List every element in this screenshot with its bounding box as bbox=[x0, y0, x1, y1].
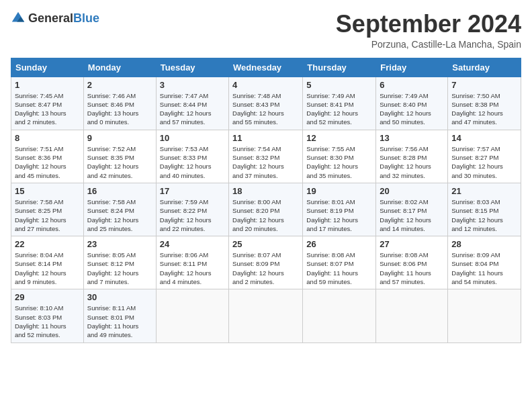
day-cell-23: 23Sunrise: 8:05 AM Sunset: 8:12 PM Dayli… bbox=[83, 236, 156, 289]
empty-cell bbox=[448, 289, 521, 342]
day-cell-24: 24Sunrise: 8:06 AM Sunset: 8:11 PM Dayli… bbox=[156, 236, 228, 289]
day-cell-7: 7Sunrise: 7:50 AM Sunset: 8:38 PM Daylig… bbox=[448, 77, 521, 130]
logo-text-blue: Blue bbox=[73, 12, 99, 24]
day-number: 5 bbox=[306, 80, 372, 90]
day-info: Sunrise: 7:59 AM Sunset: 8:22 PM Dayligh… bbox=[160, 197, 225, 233]
day-info: Sunrise: 8:06 AM Sunset: 8:11 PM Dayligh… bbox=[160, 250, 225, 286]
day-number: 11 bbox=[232, 133, 299, 143]
day-number: 4 bbox=[232, 80, 299, 90]
days-of-week-row: SundayMondayTuesdayWednesdayThursdayFrid… bbox=[11, 58, 521, 77]
day-cell-8: 8Sunrise: 7:51 AM Sunset: 8:36 PM Daylig… bbox=[11, 130, 84, 183]
day-info: Sunrise: 7:56 AM Sunset: 8:28 PM Dayligh… bbox=[380, 144, 444, 180]
day-number: 21 bbox=[451, 186, 517, 196]
day-number: 14 bbox=[451, 133, 517, 143]
month-title: September 2024 bbox=[336, 11, 521, 38]
day-of-week-monday: Monday bbox=[83, 58, 156, 77]
day-info: Sunrise: 8:00 AM Sunset: 8:20 PM Dayligh… bbox=[232, 197, 299, 233]
day-info: Sunrise: 7:49 AM Sunset: 8:41 PM Dayligh… bbox=[306, 91, 372, 127]
day-cell-20: 20Sunrise: 8:02 AM Sunset: 8:17 PM Dayli… bbox=[376, 183, 448, 236]
calendar-week-5: 29Sunrise: 8:10 AM Sunset: 8:03 PM Dayli… bbox=[11, 289, 521, 342]
calendar-week-1: 1Sunrise: 7:45 AM Sunset: 8:47 PM Daylig… bbox=[11, 77, 521, 130]
day-cell-25: 25Sunrise: 8:07 AM Sunset: 8:09 PM Dayli… bbox=[229, 236, 303, 289]
day-number: 25 bbox=[232, 239, 299, 249]
day-cell-3: 3Sunrise: 7:47 AM Sunset: 8:44 PM Daylig… bbox=[156, 77, 228, 130]
day-number: 18 bbox=[232, 186, 299, 196]
title-section: September 2024 Porzuna, Castille-La Manc… bbox=[336, 11, 521, 50]
day-number: 23 bbox=[87, 239, 152, 249]
empty-cell bbox=[229, 289, 303, 342]
day-cell-26: 26Sunrise: 8:08 AM Sunset: 8:07 PM Dayli… bbox=[303, 236, 376, 289]
day-info: Sunrise: 7:47 AM Sunset: 8:44 PM Dayligh… bbox=[160, 91, 225, 127]
day-of-week-tuesday: Tuesday bbox=[156, 58, 228, 77]
day-cell-16: 16Sunrise: 7:58 AM Sunset: 8:24 PM Dayli… bbox=[83, 183, 156, 236]
calendar-body: 1Sunrise: 7:45 AM Sunset: 8:47 PM Daylig… bbox=[11, 77, 521, 342]
page-header: GeneralBlue September 2024 Porzuna, Cast… bbox=[11, 11, 521, 50]
day-number: 2 bbox=[87, 80, 152, 90]
day-info: Sunrise: 7:54 AM Sunset: 8:32 PM Dayligh… bbox=[232, 144, 299, 180]
day-info: Sunrise: 7:46 AM Sunset: 8:46 PM Dayligh… bbox=[87, 91, 152, 127]
logo: GeneralBlue bbox=[11, 11, 99, 26]
calendar-week-4: 22Sunrise: 8:04 AM Sunset: 8:14 PM Dayli… bbox=[11, 236, 521, 289]
day-info: Sunrise: 7:57 AM Sunset: 8:27 PM Dayligh… bbox=[451, 144, 517, 180]
day-cell-18: 18Sunrise: 8:00 AM Sunset: 8:20 PM Dayli… bbox=[229, 183, 303, 236]
day-cell-11: 11Sunrise: 7:54 AM Sunset: 8:32 PM Dayli… bbox=[229, 130, 303, 183]
day-cell-5: 5Sunrise: 7:49 AM Sunset: 8:41 PM Daylig… bbox=[303, 77, 376, 130]
day-info: Sunrise: 7:52 AM Sunset: 8:35 PM Dayligh… bbox=[87, 144, 152, 180]
day-cell-4: 4Sunrise: 7:48 AM Sunset: 8:43 PM Daylig… bbox=[229, 77, 303, 130]
empty-cell bbox=[303, 289, 376, 342]
day-of-week-friday: Friday bbox=[376, 58, 448, 77]
day-info: Sunrise: 7:55 AM Sunset: 8:30 PM Dayligh… bbox=[306, 144, 372, 180]
calendar-week-2: 8Sunrise: 7:51 AM Sunset: 8:36 PM Daylig… bbox=[11, 130, 521, 183]
day-of-week-thursday: Thursday bbox=[303, 58, 376, 77]
day-number: 26 bbox=[306, 239, 372, 249]
calendar-header: SundayMondayTuesdayWednesdayThursdayFrid… bbox=[11, 58, 521, 77]
day-info: Sunrise: 7:58 AM Sunset: 8:24 PM Dayligh… bbox=[87, 197, 152, 233]
day-number: 15 bbox=[15, 186, 80, 196]
day-number: 16 bbox=[87, 186, 152, 196]
day-cell-6: 6Sunrise: 7:49 AM Sunset: 8:40 PM Daylig… bbox=[376, 77, 448, 130]
day-cell-15: 15Sunrise: 7:58 AM Sunset: 8:25 PM Dayli… bbox=[11, 183, 84, 236]
day-cell-9: 9Sunrise: 7:52 AM Sunset: 8:35 PM Daylig… bbox=[83, 130, 156, 183]
day-info: Sunrise: 8:04 AM Sunset: 8:14 PM Dayligh… bbox=[15, 250, 80, 286]
day-number: 6 bbox=[380, 80, 444, 90]
day-info: Sunrise: 8:05 AM Sunset: 8:12 PM Dayligh… bbox=[87, 250, 152, 286]
logo-icon bbox=[11, 11, 26, 26]
day-of-week-wednesday: Wednesday bbox=[229, 58, 303, 77]
day-info: Sunrise: 7:50 AM Sunset: 8:38 PM Dayligh… bbox=[451, 91, 517, 127]
day-cell-13: 13Sunrise: 7:56 AM Sunset: 8:28 PM Dayli… bbox=[376, 130, 448, 183]
day-cell-21: 21Sunrise: 8:03 AM Sunset: 8:15 PM Dayli… bbox=[448, 183, 521, 236]
day-cell-22: 22Sunrise: 8:04 AM Sunset: 8:14 PM Dayli… bbox=[11, 236, 84, 289]
day-number: 12 bbox=[306, 133, 372, 143]
day-info: Sunrise: 8:02 AM Sunset: 8:17 PM Dayligh… bbox=[380, 197, 444, 233]
day-info: Sunrise: 7:51 AM Sunset: 8:36 PM Dayligh… bbox=[15, 144, 80, 180]
calendar-week-3: 15Sunrise: 7:58 AM Sunset: 8:25 PM Dayli… bbox=[11, 183, 521, 236]
day-info: Sunrise: 8:10 AM Sunset: 8:03 PM Dayligh… bbox=[15, 304, 80, 339]
day-info: Sunrise: 8:07 AM Sunset: 8:09 PM Dayligh… bbox=[232, 250, 299, 286]
day-info: Sunrise: 8:08 AM Sunset: 8:07 PM Dayligh… bbox=[306, 250, 372, 286]
day-of-week-sunday: Sunday bbox=[11, 58, 84, 77]
day-number: 13 bbox=[380, 133, 444, 143]
day-cell-17: 17Sunrise: 7:59 AM Sunset: 8:22 PM Dayli… bbox=[156, 183, 228, 236]
day-info: Sunrise: 7:58 AM Sunset: 8:25 PM Dayligh… bbox=[15, 197, 80, 233]
day-number: 7 bbox=[451, 80, 517, 90]
day-number: 8 bbox=[15, 133, 80, 143]
day-cell-12: 12Sunrise: 7:55 AM Sunset: 8:30 PM Dayli… bbox=[303, 130, 376, 183]
day-info: Sunrise: 8:03 AM Sunset: 8:15 PM Dayligh… bbox=[451, 197, 517, 233]
logo-text-general: General bbox=[28, 12, 73, 24]
day-number: 27 bbox=[380, 239, 444, 249]
day-info: Sunrise: 8:11 AM Sunset: 8:01 PM Dayligh… bbox=[87, 304, 152, 339]
empty-cell bbox=[156, 289, 228, 342]
day-cell-28: 28Sunrise: 8:09 AM Sunset: 8:04 PM Dayli… bbox=[448, 236, 521, 289]
day-number: 19 bbox=[306, 186, 372, 196]
day-number: 30 bbox=[87, 292, 152, 302]
day-number: 29 bbox=[15, 292, 80, 302]
day-number: 20 bbox=[380, 186, 444, 196]
day-info: Sunrise: 8:01 AM Sunset: 8:19 PM Dayligh… bbox=[306, 197, 372, 233]
location-text: Porzuna, Castille-La Mancha, Spain bbox=[336, 39, 521, 50]
day-cell-27: 27Sunrise: 8:08 AM Sunset: 8:06 PM Dayli… bbox=[376, 236, 448, 289]
day-info: Sunrise: 8:08 AM Sunset: 8:06 PM Dayligh… bbox=[380, 250, 444, 286]
day-number: 28 bbox=[451, 239, 517, 249]
day-number: 24 bbox=[160, 239, 225, 249]
day-number: 10 bbox=[160, 133, 225, 143]
day-number: 9 bbox=[87, 133, 152, 143]
